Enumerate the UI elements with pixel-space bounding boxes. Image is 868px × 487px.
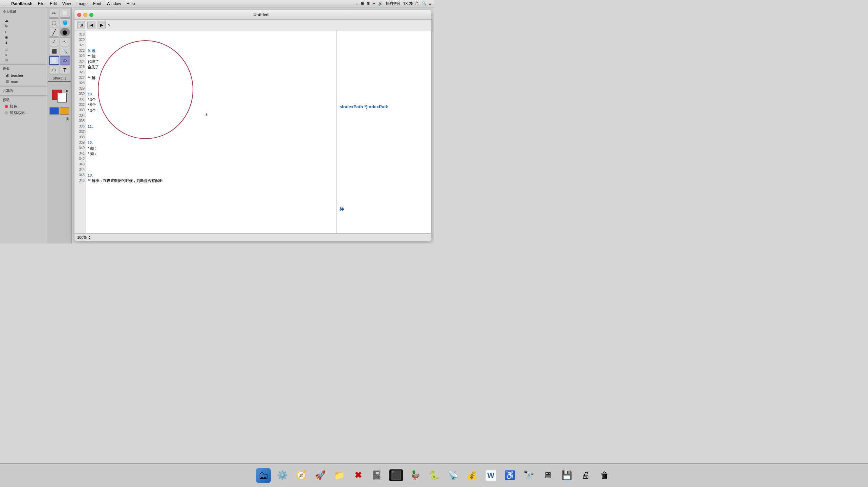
status-bar: 100% ▲ ▼ [74, 233, 431, 241]
app-container: 个人收藏 ☁ ⊛ ♪ ◉ ⬇ ⬚ ⌂ ⊞ 设备 🖥 teach [0, 7, 434, 244]
window-toolbar: ⊞ ◀ ▶ n [74, 20, 431, 30]
stroke-section: Stroke: 1 · · · · · · · · [48, 76, 71, 86]
oval-tool[interactable]: ⬭ [60, 56, 70, 65]
toolbar-forward-btn[interactable]: ▶ [97, 21, 106, 29]
line-336: 336 [74, 124, 86, 129]
brush-tool[interactable]: ╱ [49, 28, 59, 37]
line-337: 337 [74, 129, 86, 135]
toolbar-n-label: n [108, 23, 110, 27]
apps-icon: ⊞ [5, 58, 8, 62]
paintbrush-toolbox: ✏ ⬜ ⬚ 🪣 ╱ ⬤ ∕ ∿ ⬛ 🔍 ⬜ ⬭ ⬭ T Stroke: 1 [47, 7, 72, 244]
sidebar-item-cloud[interactable]: ☁ [0, 18, 47, 23]
sidebar-item-wifi[interactable]: ⊛ [0, 23, 47, 29]
menubar-plus-icon[interactable]: + [356, 2, 358, 6]
menubar-screen-icon[interactable]: ⊞ [361, 1, 364, 6]
device-teacher-label: teacher [11, 73, 23, 77]
zoom-up-arrow[interactable]: ▲ [88, 235, 90, 237]
canvas-wrapper: 319 320 321 322 323 324 325 326 327 328 … [74, 30, 431, 233]
line-numbers: 319 320 321 322 323 324 325 326 327 328 … [74, 30, 86, 233]
menubar-right: + ⊞ ⊟ ↩ 🔊 搜狗拼音 18:25:21 🔍 ≡ [356, 1, 431, 6]
sidebar-item-red-tag[interactable]: 红色 [0, 103, 47, 110]
line-333: 333 [74, 108, 86, 113]
folder-icon: ⬚ [5, 47, 8, 51]
eraser-tool[interactable]: ⬜ [60, 9, 70, 18]
menubar-back-icon[interactable]: ↩ [372, 1, 375, 6]
sidebar-item-music[interactable]: ♪ [0, 29, 47, 34]
line-332: 332 [74, 102, 86, 108]
tool-row-3: ╱ ⬤ [48, 28, 71, 37]
line-334: 334 [74, 113, 86, 118]
sidebar-item-folder[interactable]: ⬚ [0, 46, 47, 52]
color-swatches [49, 107, 69, 115]
line-tool[interactable]: ∕ [49, 37, 59, 46]
swatch-orange[interactable] [60, 107, 69, 115]
toolbar-grid-btn[interactable]: ⊞ [77, 21, 85, 29]
menu-image[interactable]: Image [74, 1, 90, 6]
menubar-lines-icon[interactable]: ≡ [429, 2, 431, 6]
line-325: 325 [74, 64, 86, 70]
background-color[interactable] [57, 93, 67, 102]
line-346: 346 [74, 178, 86, 183]
zoom-arrows[interactable]: ▲ ▼ [88, 235, 90, 240]
right-panel-code2: 样 [337, 203, 431, 215]
menu-file[interactable]: File [35, 1, 47, 6]
line-320: 320 [74, 37, 86, 43]
menu-edit[interactable]: Edit [47, 1, 60, 6]
fg-bg-colors: ↻ [51, 89, 68, 103]
menu-font[interactable]: Font [90, 1, 104, 6]
sidebar-section-devices: 设备 [0, 64, 47, 72]
traffic-lights [77, 13, 93, 17]
menu-paintbrush[interactable]: Paintbrush [8, 1, 35, 6]
text-tool[interactable]: T [60, 66, 70, 74]
sidebar-item-camera[interactable]: ◉ [0, 34, 47, 40]
toolbox-footer-label: 班 [48, 116, 71, 122]
maximize-button[interactable] [89, 13, 93, 17]
menubar-grid-icon[interactable]: ⊟ [367, 1, 370, 6]
sidebar-section-favorites: 个人收藏 [0, 7, 47, 15]
menubar:  Paintbrush File Edit View Image Font W… [0, 0, 434, 7]
pencil-tool[interactable]: ✏ [49, 9, 59, 18]
line-329: 329 [74, 86, 86, 91]
device-mac-label: mac [11, 80, 18, 84]
stroke-label: Stroke: 1 [48, 76, 71, 80]
menubar-search-icon[interactable]: 🔍 [422, 1, 427, 6]
sidebar-item-home[interactable]: ⌂ [0, 52, 47, 57]
eyedropper-tool[interactable]: ⬛ [49, 47, 59, 55]
fill-tool[interactable]: 🪣 [60, 18, 70, 27]
menu-window[interactable]: Window [104, 1, 124, 6]
sidebar-item-all-tags[interactable]: 所有标记... [0, 110, 47, 116]
sidebar-item-monitor-teacher[interactable]: 🖥 teacher [0, 72, 47, 78]
minimize-button[interactable] [83, 13, 87, 17]
sidebar-item-monitor-mac[interactable]: 🖥 mac [0, 78, 47, 85]
menu-help[interactable]: Help [124, 1, 138, 6]
line-335: 335 [74, 118, 86, 124]
zoom-tool[interactable]: 🔍 [60, 47, 70, 55]
swatch-blue[interactable] [49, 107, 59, 115]
zoom-down-arrow[interactable]: ▼ [88, 237, 90, 240]
menubar-ime[interactable]: 搜狗拼音 [386, 1, 400, 6]
apple-menu[interactable]:  [3, 1, 4, 6]
menubar-volume-icon[interactable]: 🔊 [378, 1, 383, 6]
paintbrush-window: Untitled ⊞ ◀ ▶ n 319 320 321 322 323 324… [74, 10, 431, 241]
toolbar-back-btn[interactable]: ◀ [87, 21, 95, 29]
zoom-control[interactable]: 100% ▲ ▼ [77, 235, 90, 240]
line-340: 340 [74, 145, 86, 151]
swap-colors-icon[interactable]: ↻ [65, 89, 68, 93]
line-330: 330 [74, 91, 86, 97]
rect-tool[interactable]: ⬜ [49, 56, 59, 65]
select-rect-tool[interactable]: ⬚ [49, 18, 59, 27]
spray-tool[interactable]: ⬤ [60, 28, 70, 37]
sidebar-item-download[interactable]: ⬇ [0, 40, 47, 46]
close-button[interactable] [77, 13, 81, 17]
camera-icon: ◉ [5, 35, 8, 40]
menu-view[interactable]: View [60, 1, 74, 6]
line-344: 344 [74, 167, 86, 172]
circle-shape [98, 41, 193, 139]
music-icon: ♪ [5, 30, 7, 34]
curve-tool[interactable]: ∿ [60, 37, 70, 46]
oval2-tool[interactable]: ⬭ [49, 66, 59, 74]
stroke-slider[interactable] [48, 81, 71, 82]
canvas-content[interactable]: 9. 通 ** 注 代理了 会先了 ** 解 10. * 1个 * 5个 * 1… [86, 30, 337, 233]
line-345: 345 [74, 172, 86, 178]
sidebar-item-apps[interactable]: ⊞ [0, 57, 47, 63]
